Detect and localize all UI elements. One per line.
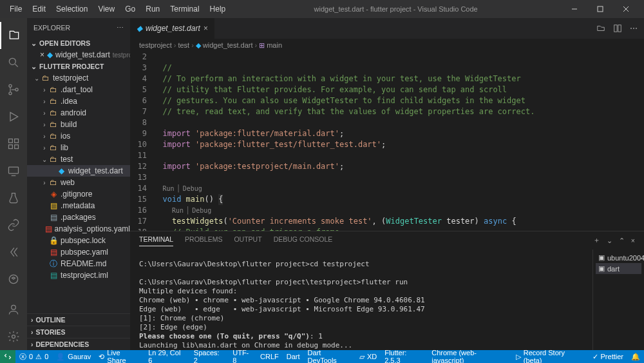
status-record[interactable]: ▷Record Story (beta) xyxy=(512,350,589,363)
code-area[interactable]: // // To perform an interaction with a w… xyxy=(153,52,644,231)
activity-scm-icon[interactable] xyxy=(0,76,27,103)
file-gitignore[interactable]: ◈.gitignore xyxy=(27,188,130,200)
crumb-symbol[interactable]: main xyxy=(267,41,282,49)
menu-selection[interactable]: Selection xyxy=(52,3,92,15)
window-maximize-button[interactable] xyxy=(587,0,613,18)
status-errors[interactable]: ⓧ0⚠0 xyxy=(15,350,52,363)
codelens-run[interactable]: Run xyxy=(162,185,174,192)
window-close-button[interactable] xyxy=(613,0,639,18)
svg-point-4 xyxy=(9,58,15,64)
activity-account-icon[interactable] xyxy=(0,296,27,323)
main-area: EXPLORER ⋯ ⌄OPEN EDITORS × ◆ widget_test… xyxy=(0,18,644,350)
folder-web[interactable]: ›🗀web xyxy=(27,177,130,188)
status-xd[interactable]: ▱XD xyxy=(355,350,381,363)
status-eol[interactable]: CRLF xyxy=(256,350,283,363)
section-project[interactable]: ⌄FLUTTER PROJECT xyxy=(27,61,130,72)
file-analysis[interactable]: ▤analysis_options.yaml xyxy=(27,223,130,235)
file-pubspec-yaml[interactable]: ▤pubspec.yaml xyxy=(27,246,130,258)
status-prettier[interactable]: ✓Prettier xyxy=(589,350,627,363)
codelens-debug[interactable]: Debug xyxy=(192,207,211,214)
dropdown-icon[interactable]: ⌄ xyxy=(607,237,612,244)
status-spaces[interactable]: Spaces: 2 xyxy=(190,350,229,363)
crumb-file[interactable]: widget_test.dart xyxy=(203,41,253,49)
file-packages[interactable]: ▤.packages xyxy=(27,211,130,223)
terminal-item-ubuntu[interactable]: ▣ubuntu2004 xyxy=(596,252,641,263)
folder-android[interactable]: ›🗀android xyxy=(27,107,130,119)
codelens-run[interactable]: Run xyxy=(172,207,184,214)
folder-build[interactable]: ›🗀build xyxy=(27,119,130,130)
file-widget-test[interactable]: ◆widget_test.dart xyxy=(27,165,130,177)
title-bar: File Edit Selection View Go Run Terminal… xyxy=(0,0,644,18)
folder-ios[interactable]: ›🗀ios xyxy=(27,130,130,142)
close-icon[interactable]: × xyxy=(40,50,44,59)
activity-test-icon[interactable] xyxy=(0,184,27,211)
new-terminal-icon[interactable]: ＋ xyxy=(593,236,600,245)
menu-help[interactable]: Help xyxy=(205,3,231,15)
file-iml[interactable]: ▤testproject.iml xyxy=(27,270,130,281)
folder-lib[interactable]: ›🗀lib xyxy=(27,142,130,153)
crumb-project[interactable]: testproject xyxy=(139,41,172,49)
activity-link-icon[interactable] xyxy=(0,211,27,239)
terminal-icon: ▣ xyxy=(598,253,605,262)
folder-dart-tool[interactable]: ›🗀.dart_tool xyxy=(27,84,130,95)
section-outline[interactable]: ›OUTLINE xyxy=(27,313,130,326)
close-icon[interactable]: × xyxy=(204,24,208,33)
status-liveshare[interactable]: ⟲Live Share xyxy=(95,350,144,363)
activity-extensions-icon[interactable] xyxy=(0,130,27,157)
panel-tab-problems[interactable]: PROBLEMS xyxy=(185,235,222,246)
status-bell[interactable]: 🔔 xyxy=(627,350,644,363)
maximize-panel-icon[interactable]: ⌃ xyxy=(619,237,625,244)
file-pubspec-lock[interactable]: 🔒pubspec.lock xyxy=(27,235,130,246)
svg-point-8 xyxy=(15,88,18,91)
folder-idea[interactable]: ›🗀.idea xyxy=(27,95,130,107)
section-open-editors[interactable]: ⌄OPEN EDITORS xyxy=(27,37,130,49)
editor-tab-actions: ⋯ xyxy=(590,18,644,39)
editor-body[interactable]: 23456 78910 1112 13 1415161718 // // To … xyxy=(130,52,644,231)
menu-terminal[interactable]: Terminal xyxy=(166,3,204,15)
activity-explorer-icon[interactable] xyxy=(0,22,27,49)
sidebar-more-icon[interactable]: ⋯ xyxy=(117,24,124,32)
split-icon[interactable] xyxy=(613,24,622,33)
dart-file-icon: ◆ xyxy=(137,24,142,33)
menu-edit[interactable]: Edit xyxy=(28,3,50,15)
compare-icon[interactable] xyxy=(596,24,605,33)
more-icon[interactable]: ⋯ xyxy=(630,24,638,33)
codelens-debug[interactable]: Debug xyxy=(183,185,202,192)
folder-icon: 🗀 xyxy=(49,143,58,152)
file-metadata[interactable]: ▤.metadata xyxy=(27,200,130,211)
open-editor-item[interactable]: × ◆ widget_test.dart testproject\test xyxy=(27,49,130,61)
folder-root[interactable]: ⌄🗀testproject xyxy=(27,72,130,84)
status-lang[interactable]: Dart xyxy=(283,350,304,363)
status-device[interactable]: Chrome (web-javascript) xyxy=(428,350,511,363)
status-flutter[interactable]: Flutter: 2.5.3 xyxy=(381,350,428,363)
panel-tab-debug-console[interactable]: DEBUG CONSOLE xyxy=(274,235,333,246)
folder-test[interactable]: ⌄🗀test xyxy=(27,153,130,165)
window-minimize-button[interactable] xyxy=(562,0,587,18)
status-ln-col[interactable]: Ln 29, Col 6 xyxy=(144,350,190,363)
activity-debug-icon[interactable] xyxy=(0,103,27,130)
panel-tab-terminal[interactable]: TERMINAL xyxy=(139,235,173,246)
close-panel-icon[interactable]: × xyxy=(631,237,635,244)
terminal-output[interactable]: C:\Users\Gaurav\Desktop\flutter project>… xyxy=(130,250,592,350)
status-remote[interactable] xyxy=(0,350,15,363)
activity-dart-icon[interactable] xyxy=(0,239,27,266)
status-user[interactable]: 👤Gaurav xyxy=(52,350,95,363)
status-devtools[interactable]: Dart DevTools xyxy=(304,350,355,363)
crumb-test[interactable]: test xyxy=(178,41,189,49)
activity-stories-icon[interactable] xyxy=(0,266,27,293)
menu-go[interactable]: Go xyxy=(120,3,140,15)
activity-search-icon[interactable] xyxy=(0,49,27,76)
terminal-item-dart[interactable]: ▣dart xyxy=(596,263,641,274)
tab-widget-test[interactable]: ◆ widget_test.dart × xyxy=(130,18,215,39)
status-encoding[interactable]: UTF-8 xyxy=(229,350,256,363)
activity-remote-icon[interactable] xyxy=(0,157,27,184)
menu-view[interactable]: View xyxy=(93,3,119,15)
activity-settings-icon[interactable] xyxy=(0,323,27,350)
section-stories[interactable]: ›STORIES xyxy=(27,326,130,338)
menu-run[interactable]: Run xyxy=(141,3,164,15)
warning-icon: ⚠ xyxy=(35,353,42,361)
folder-icon: 🗀 xyxy=(49,85,58,94)
panel-tab-output[interactable]: OUTPUT xyxy=(234,235,261,246)
menu-file[interactable]: File xyxy=(5,3,26,15)
file-readme[interactable]: ⓘREADME.md xyxy=(27,258,130,270)
